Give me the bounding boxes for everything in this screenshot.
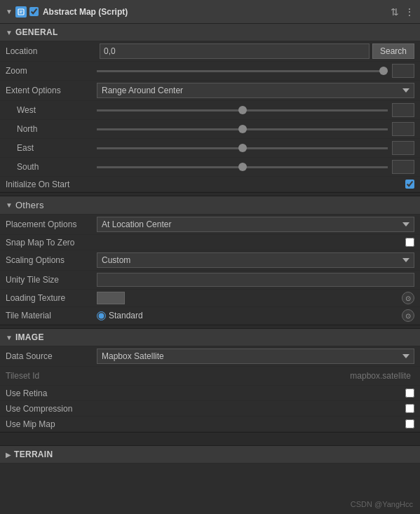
terrain-section-label: TERRAIN xyxy=(14,449,53,459)
unity-tile-size-input[interactable]: 100 xyxy=(97,273,414,287)
east-slider-container: 1 xyxy=(97,141,414,155)
location-value: Search xyxy=(100,43,414,59)
tileset-id-row: Tileset Id xyxy=(0,367,420,386)
use-mip-map-value xyxy=(97,419,414,428)
data-source-dropdown[interactable]: Mapbox Satellite Mapbox Streets xyxy=(97,349,414,364)
tile-material-value: Standard ⊙ xyxy=(97,309,414,322)
east-label: East xyxy=(6,143,97,153)
general-section-header[interactable]: ▼ GENERAL xyxy=(0,24,420,41)
tileset-id-value xyxy=(97,369,414,383)
extent-options-dropdown[interactable]: Range Around Center Custom xyxy=(97,83,414,98)
west-row: West 1 xyxy=(0,101,420,120)
terrain-collapse-arrow: ▶ xyxy=(6,451,11,459)
loading-texture-value: ⊙ xyxy=(97,292,414,304)
component-enabled-checkbox[interactable] xyxy=(29,7,39,16)
location-input[interactable] xyxy=(100,43,370,59)
placement-options-dropdown[interactable]: At Location Center Custom xyxy=(97,217,414,232)
others-collapse-arrow: ▼ xyxy=(6,201,13,209)
location-label: Location xyxy=(6,46,97,56)
initialize-on-start-checkbox[interactable] xyxy=(405,180,414,189)
south-slider[interactable] xyxy=(97,166,388,168)
location-row: Location Search xyxy=(0,41,420,62)
others-section-label: Others xyxy=(15,200,44,210)
scaling-options-value: Custom Default xyxy=(97,252,414,268)
south-value-input[interactable]: 1 xyxy=(392,160,414,174)
snap-map-to-zero-checkbox[interactable] xyxy=(405,238,414,247)
use-compression-label: Use Compression xyxy=(6,404,97,414)
use-compression-checkbox[interactable] xyxy=(405,404,414,413)
south-row: South 1 xyxy=(0,158,420,177)
snap-map-to-zero-value xyxy=(97,238,414,247)
data-source-row: Data Source Mapbox Satellite Mapbox Stre… xyxy=(0,346,420,367)
loading-texture-preview[interactable] xyxy=(97,292,125,304)
placement-options-row: Placement Options At Location Center Cus… xyxy=(0,215,420,235)
north-slider[interactable] xyxy=(97,128,388,130)
header-actions: ⇅ ⋮ xyxy=(391,6,414,18)
image-collapse-arrow: ▼ xyxy=(6,334,13,341)
tile-material-radio[interactable] xyxy=(97,311,106,320)
snap-map-to-zero-row: Snap Map To Zero xyxy=(0,235,420,250)
zoom-value-input[interactable]: 4 xyxy=(392,64,414,78)
loading-texture-label: Loading Texture xyxy=(6,293,97,303)
script-icon xyxy=(15,6,27,18)
east-value-input[interactable]: 1 xyxy=(392,141,414,155)
use-retina-checkbox[interactable] xyxy=(405,388,414,398)
west-slider[interactable] xyxy=(97,109,388,111)
unity-tile-size-label: Unity Tile Size xyxy=(6,275,97,285)
initialize-on-start-value xyxy=(97,180,414,189)
general-section-label: GENERAL xyxy=(15,27,58,37)
others-section-header[interactable]: ▼ Others xyxy=(0,196,420,215)
extent-options-label: Extent Options xyxy=(6,86,97,95)
zoom-slider[interactable] xyxy=(97,70,388,72)
search-button[interactable]: Search xyxy=(372,43,414,59)
tileset-id-label: Tileset Id xyxy=(6,371,97,381)
zoom-label: Zoom xyxy=(6,66,97,76)
collapse-arrow[interactable]: ▼ xyxy=(6,8,13,15)
initialize-on-start-label: Initialize On Start xyxy=(6,180,97,189)
terrain-section-header[interactable]: ▶ TERRAIN xyxy=(0,446,420,464)
west-slider-container: 1 xyxy=(97,103,414,117)
south-label: South xyxy=(6,162,97,172)
east-slider[interactable] xyxy=(97,147,388,149)
south-slider-container: 1 xyxy=(97,160,414,174)
settings-icon[interactable]: ⇅ xyxy=(391,6,399,18)
tile-material-select-btn[interactable]: ⊙ xyxy=(402,309,414,322)
zoom-slider-container: 4 xyxy=(97,64,414,78)
component-header: ▼ Abstract Map (Script) ⇅ ⋮ xyxy=(0,0,420,24)
north-value-input[interactable]: 1 xyxy=(392,122,414,136)
tileset-id-input[interactable] xyxy=(97,369,414,383)
unity-tile-size-value: 100 xyxy=(97,273,414,287)
image-section-label: IMAGE xyxy=(15,332,44,342)
extent-options-row: Extent Options Range Around Center Custo… xyxy=(0,81,420,101)
divider-3 xyxy=(0,432,420,446)
more-options-icon[interactable]: ⋮ xyxy=(405,6,414,18)
tile-material-row: Tile Material Standard ⊙ xyxy=(0,307,420,325)
west-value-input[interactable]: 1 xyxy=(392,103,414,117)
use-mip-map-label: Use Mip Map xyxy=(6,419,97,429)
use-retina-row: Use Retina xyxy=(0,386,420,401)
unity-tile-size-row: Unity Tile Size 100 xyxy=(0,271,420,290)
east-row: East 1 xyxy=(0,139,420,158)
west-label: West xyxy=(6,105,97,115)
general-collapse-arrow: ▼ xyxy=(6,29,13,36)
scaling-options-label: Scaling Options xyxy=(6,255,97,265)
svg-rect-0 xyxy=(18,9,24,15)
initialize-on-start-row: Initialize On Start xyxy=(0,177,420,192)
use-compression-row: Use Compression xyxy=(0,401,420,417)
use-retina-label: Use Retina xyxy=(6,388,97,398)
use-mip-map-row: Use Mip Map xyxy=(0,417,420,432)
placement-options-label: Placement Options xyxy=(6,219,97,229)
loading-texture-row: Loading Texture ⊙ xyxy=(0,290,420,307)
placement-options-value: At Location Center Custom xyxy=(97,217,414,232)
tile-material-radio-label: Standard xyxy=(109,311,402,320)
north-row: North 1 xyxy=(0,120,420,139)
scaling-options-dropdown[interactable]: Custom Default xyxy=(97,252,414,268)
extent-options-value: Range Around Center Custom xyxy=(97,83,414,98)
tile-material-label: Tile Material xyxy=(6,311,97,320)
north-label: North xyxy=(6,124,97,134)
loading-texture-select-btn[interactable]: ⊙ xyxy=(402,292,414,304)
image-section-header[interactable]: ▼ IMAGE xyxy=(0,329,420,346)
use-mip-map-checkbox[interactable] xyxy=(405,419,414,428)
data-source-value: Mapbox Satellite Mapbox Streets xyxy=(97,349,414,364)
north-slider-container: 1 xyxy=(97,122,414,136)
